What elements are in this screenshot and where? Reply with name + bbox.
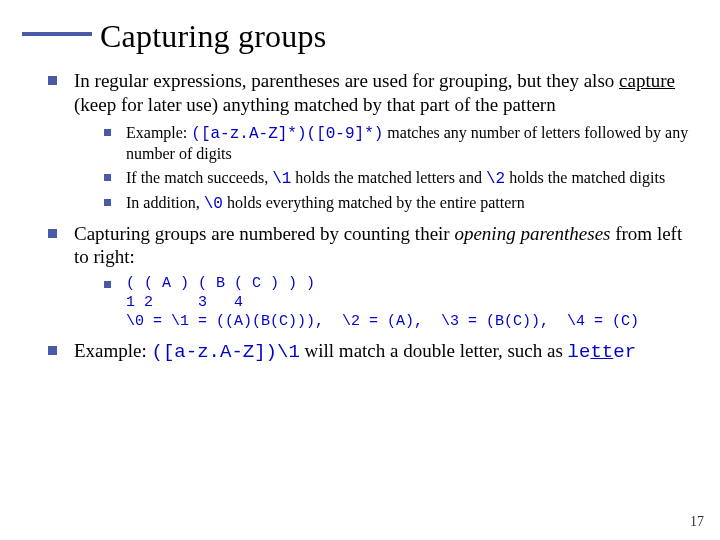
text: le [568, 341, 591, 363]
example-word: letter [568, 341, 636, 363]
text: will match a double letter, such as [300, 340, 568, 361]
code-inline: \1 [272, 170, 291, 188]
text: Example: [126, 124, 191, 141]
underlined-text: tt [590, 341, 613, 363]
text: holds the matched digits [505, 169, 665, 186]
sub-bullet: In addition, \0 holds everything matched… [104, 193, 696, 214]
sub-bullet-code: ( ( A ) ( B ( C ) ) ) 1 2 3 4 \0 = \1 = … [104, 275, 696, 331]
bullet-2: Capturing groups are numbered by countin… [48, 222, 696, 332]
text: holds everything matched by the entire p… [223, 194, 525, 211]
sub-list: Example: ([a-z.A-Z]*)([0-9]*) matches an… [74, 123, 696, 214]
text: (keep for later use) anything matched by… [74, 94, 556, 115]
code-inline: \0 [204, 195, 223, 213]
bullet-list: In regular expressions, parentheses are … [0, 69, 720, 365]
text: holds the matched letters and [291, 169, 486, 186]
bullet-3: Example: ([a-z.A-Z])\1 will match a doub… [48, 339, 696, 365]
slide-header: Capturing groups [0, 0, 720, 55]
title-accent-rule [22, 32, 92, 36]
code-inline: ([a-z.A-Z])\1 [152, 341, 300, 363]
sub-bullet: Example: ([a-z.A-Z]*)([0-9]*) matches an… [104, 123, 696, 164]
text: er [613, 341, 636, 363]
code-inline: \2 [486, 170, 505, 188]
text: In addition, [126, 194, 204, 211]
text: In regular expressions, parentheses are … [74, 70, 619, 91]
sub-list: ( ( A ) ( B ( C ) ) ) 1 2 3 4 \0 = \1 = … [74, 275, 696, 331]
underlined-text: capture [619, 70, 675, 91]
bullet-1: In regular expressions, parentheses are … [48, 69, 696, 214]
page-number: 17 [690, 514, 704, 530]
italic-text: opening parentheses [454, 223, 610, 244]
code-block: ( ( A ) ( B ( C ) ) ) 1 2 3 4 \0 = \1 = … [126, 275, 696, 331]
text: Example: [74, 340, 152, 361]
sub-bullet: If the match succeeds, \1 holds the matc… [104, 168, 696, 189]
text: Capturing groups are numbered by countin… [74, 223, 454, 244]
text: If the match succeeds, [126, 169, 272, 186]
slide-title: Capturing groups [100, 18, 720, 55]
code-inline: ([a-z.A-Z]*)([0-9]*) [191, 125, 383, 143]
